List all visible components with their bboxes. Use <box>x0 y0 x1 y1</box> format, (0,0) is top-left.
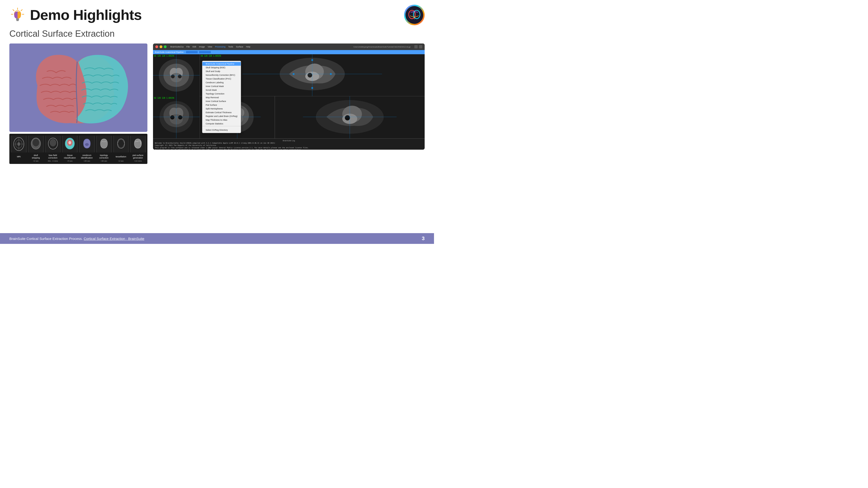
step-tissue-img <box>62 136 78 153</box>
svg-rect-6 <box>16 19 19 20</box>
svg-point-62 <box>178 115 182 120</box>
left-panel: MRI skullstripping <2 sec bias fieldcorr… <box>9 43 147 164</box>
maximize-button[interactable] <box>164 45 166 48</box>
menu-nonuniformity[interactable]: Nonuniformity Correction (BFC) <box>203 73 241 77</box>
mri-coords-topright: 64 128 128 1.60156 <box>201 55 221 57</box>
step-label-mri: MRI <box>11 154 27 162</box>
step-cerebrum-img <box>79 136 95 153</box>
menu-processing[interactable]: Processing <box>215 45 225 48</box>
menu-image[interactable]: Image <box>199 45 205 48</box>
svg-rect-7 <box>16 20 19 20</box>
brain-logo <box>404 5 425 25</box>
menu-inner-cortical-surface[interactable]: Inner Cortical Surface <box>203 99 241 103</box>
svg-point-52 <box>330 73 332 75</box>
steps-strip: MRI skullstripping <2 sec bias fieldcorr… <box>9 134 147 164</box>
minimize-button[interactable] <box>160 45 162 48</box>
menu-view[interactable]: View <box>208 45 212 48</box>
mri-panel-axial: 64 128 128 1.60156 <box>153 54 200 96</box>
step-label-pial: pial surfacegeneration <10 mins <box>130 154 146 162</box>
mri-subpanel-right <box>275 96 425 138</box>
menu-scrub-mask[interactable]: Scrub Mask <box>203 88 241 92</box>
svg-point-53 <box>311 59 313 61</box>
section-subtitle: Cortical Surface Extraction <box>0 26 434 41</box>
step-label-cerebrum: cerebrumidentification <20 sec <box>79 154 95 162</box>
step-topology-img <box>96 136 112 153</box>
svg-point-54 <box>311 87 313 89</box>
svg-point-40 <box>171 74 175 78</box>
app-titlebar: BrainSuite21a File Edit Image View Proce… <box>153 43 425 50</box>
menu-tools[interactable]: Tools <box>228 45 233 48</box>
menu-split-hemispheres[interactable]: Split Hemispheres <box>203 107 241 110</box>
step-bias-img <box>45 136 61 153</box>
svg-point-24 <box>50 139 56 147</box>
main-content: MRI skullstripping <2 sec bias fieldcorr… <box>0 41 434 166</box>
step-label-tissue: tissueclassification <5 sec <box>62 154 78 162</box>
lightbulb-icon <box>9 7 26 23</box>
log-area: BrainSuite Log Welcome to BrainSuite21a … <box>153 138 425 150</box>
mri-viewer: BrainSuite Anatomical Pipeline Skull Str… <box>153 54 425 138</box>
svg-line-1 <box>21 9 22 11</box>
step-pial-img <box>130 136 146 153</box>
menu-cerebrum-label[interactable]: Cerebrum Labeling <box>203 81 241 85</box>
footer: BrainSuite Cortical Surface Extraction P… <box>0 233 434 244</box>
menu-compute-stats[interactable]: Compute Statistics <box>203 122 241 126</box>
steps-images-row <box>11 136 146 153</box>
brain-render-image <box>9 43 147 132</box>
svg-point-61 <box>170 115 175 120</box>
svg-line-2 <box>13 9 14 11</box>
step-skull-img <box>28 136 44 153</box>
menu-tissue-class[interactable]: Tissue Classification (PVC) <box>203 77 241 81</box>
app-window-controls <box>414 45 422 48</box>
app-path: /Users/eddieyang/Downloads/BrainSuiteTut… <box>353 46 411 48</box>
app-screenshot: BrainSuite21a File Edit Image View Proce… <box>153 43 425 150</box>
step-mri-img <box>11 136 27 153</box>
mri-coords-bottomleft: 64 128 128 1.60156 <box>154 97 174 99</box>
step-label-bias: bias fieldcorrection 40s - 4 mins <box>45 154 61 162</box>
page-title: Demo Highlights <box>30 6 142 23</box>
menu-pial-surface[interactable]: Pial Surface <box>203 103 241 107</box>
menu-edit[interactable]: Edit <box>192 45 196 48</box>
footer-static-text: BrainSuite Cortical Surface Extraction P… <box>9 237 84 240</box>
page-number: 3 <box>422 235 425 241</box>
menu-divider <box>203 126 241 128</box>
menu-inner-cortical-mask[interactable]: Inner Cortical Mask <box>203 85 241 88</box>
menu-anatomical-pipeline[interactable]: BrainSuite Anatomical Pipeline <box>203 62 241 66</box>
footer-link[interactable]: Cortical Surface Extraction · BrainSuite <box>84 237 144 240</box>
svg-point-28 <box>68 141 71 144</box>
menu-svreg-dir[interactable]: Select SVReg Directory <box>203 128 241 132</box>
menu-brainsuite[interactable]: BrainSuite21a <box>170 45 184 48</box>
svg-rect-8 <box>17 20 19 21</box>
menu-estimate-thickness[interactable]: Estimate Cortical Thickness <box>203 110 241 115</box>
slide-page: Demo Highlights Cortical Surface Extract… <box>0 0 434 244</box>
mri-panel-coronal: 64 128 128 1.60156 <box>153 96 200 138</box>
svg-point-77 <box>345 115 350 121</box>
step-label-skull: skullstripping <2 sec <box>28 154 44 162</box>
traffic-lights <box>155 45 166 48</box>
battery-icon <box>419 45 422 48</box>
svg-point-21 <box>33 139 39 147</box>
footer-text: BrainSuite Cortical Surface Extraction P… <box>9 237 144 240</box>
log-text: Welcome to BrainSuite21a (build #3644,co… <box>155 142 423 150</box>
pipeline-label: BrainSuite Anatomical Pipeline <box>155 51 184 53</box>
menu-map-thickness[interactable]: Map Thickness to Atlas <box>203 118 241 122</box>
menu-register-label[interactable]: Register and Label Brain (SVReg) <box>203 115 241 118</box>
mri-coords-topleft: 64 128 128 1.60156 <box>154 55 174 57</box>
menu-skull-stripping[interactable]: Skull Stripping (BSE) <box>203 66 241 69</box>
app-menu: BrainSuite21a File Edit Image View Proce… <box>170 45 250 48</box>
processing-dropdown: BrainSuite Anatomical Pipeline Skull Str… <box>202 61 241 133</box>
wifi-icon <box>414 45 417 48</box>
menu-file[interactable]: File <box>186 45 190 48</box>
menu-skull-scalp[interactable]: Skull and Scalp <box>203 69 241 73</box>
svg-point-51 <box>293 73 294 75</box>
log-title: BrainSuite Log <box>155 139 423 142</box>
svg-point-41 <box>178 74 182 78</box>
menu-topology-correction[interactable]: Topology Correction <box>203 92 241 96</box>
menu-help[interactable]: Help <box>246 45 251 48</box>
pipeline-bar: BrainSuite Anatomical Pipeline <box>153 50 425 54</box>
close-button[interactable] <box>155 45 158 48</box>
step-tess-img <box>113 136 129 153</box>
menu-surface[interactable]: Surface <box>236 45 243 48</box>
svg-point-48 <box>308 73 312 78</box>
header: Demo Highlights <box>0 0 434 26</box>
menu-wsp-removal[interactable]: Wsp Removal <box>203 96 241 99</box>
